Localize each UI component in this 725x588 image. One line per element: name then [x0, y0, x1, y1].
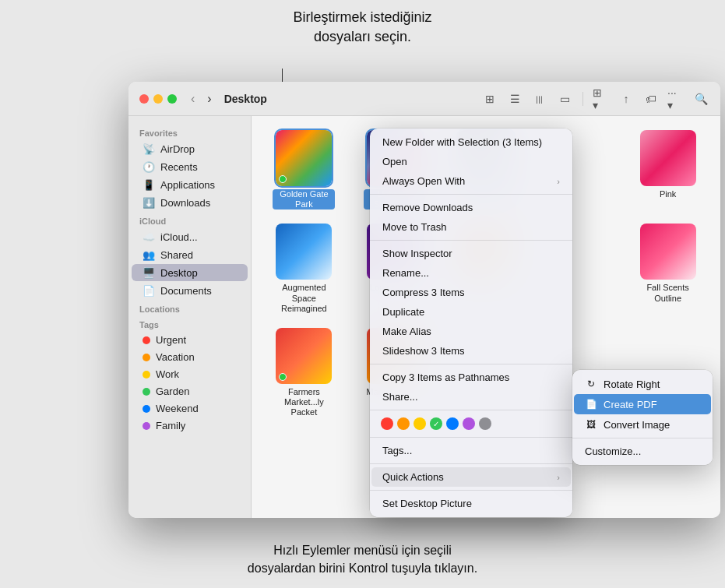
share-button[interactable]: ↑ — [618, 90, 635, 107]
applications-icon: 📱 — [143, 178, 155, 191]
search-button[interactable]: 🔍 — [692, 90, 709, 107]
quick-actions-submenu: ↻ Rotate Right 📄 Create PDF 🖼 Convert Im… — [572, 370, 713, 465]
sub-create-pdf[interactable]: 📄 Create PDF — [574, 394, 711, 414]
sidebar-tag-family[interactable]: Family — [132, 417, 248, 434]
sidebar-item-shared[interactable]: 👥 Shared — [132, 246, 248, 263]
annotation-bottom-text: Hızlı Eylemler menüsü için seçilidosyala… — [248, 544, 477, 574]
icon-view-button[interactable]: ⊞ — [481, 90, 498, 107]
icloud-label: iCloud — [128, 212, 251, 227]
vacation-dot — [143, 354, 150, 361]
cm-duplicate[interactable]: Duplicate — [371, 302, 571, 322]
color-red[interactable] — [381, 417, 393, 430]
cm-rename[interactable]: Rename... — [371, 263, 571, 283]
sub-convert-image-label: Convert Image — [604, 419, 670, 431]
cm-slideshow[interactable]: Slideshow 3 Items — [371, 341, 571, 361]
more-button[interactable]: ··· ▾ — [667, 90, 685, 107]
annotation-top-text: Birleştirmek istediğinizdosyaları seçin. — [293, 9, 431, 44]
annotation-bottom: Hızlı Eylemler menüsü için seçilidosyala… — [207, 542, 519, 577]
cm-open[interactable]: Open — [371, 152, 571, 171]
cm-copy-pathnames-label: Copy 3 Items as Pathnames — [382, 371, 509, 383]
cm-duplicate-label: Duplicate — [382, 306, 424, 318]
cm-remove-downloads[interactable]: Remove Downloads — [371, 198, 571, 217]
sub-convert-image[interactable]: 🖼 Convert Image — [574, 414, 711, 435]
sidebar-item-downloads[interactable]: ⬇️ Downloads — [132, 194, 248, 211]
cm-move-trash[interactable]: Move to Trash — [371, 217, 571, 237]
sidebar-tag-urgent[interactable]: Urgent — [132, 332, 248, 348]
cm-set-desktop[interactable]: Set Desktop Picture — [371, 494, 571, 513]
garden-label: Garden — [156, 386, 189, 397]
cm-arrow-quick-actions: › — [557, 473, 560, 482]
cm-show-inspector-label: Show Inspector — [382, 248, 452, 259]
color-purple[interactable] — [463, 417, 475, 430]
context-menu: New Folder with Selection (3 Items) Open… — [370, 129, 572, 517]
cm-new-folder-label: New Folder with Selection (3 Items) — [382, 136, 542, 148]
recents-icon: 🕐 — [143, 160, 155, 173]
color-blue[interactable] — [446, 417, 459, 430]
green-dot — [279, 175, 287, 183]
convert-image-icon: 🖼 — [585, 418, 597, 431]
cm-always-open-with[interactable]: Always Open With › — [371, 171, 571, 191]
gallery-view-button[interactable]: ▭ — [556, 90, 573, 107]
color-orange[interactable] — [397, 417, 410, 430]
cm-tags-label: Tags... — [382, 445, 412, 456]
golden-gate-label: Golden Gate Park — [273, 189, 335, 209]
list-view-button[interactable]: ☰ — [506, 90, 523, 107]
sidebar-tag-garden[interactable]: Garden — [132, 383, 248, 400]
desktop-label: Desktop — [160, 267, 198, 279]
aug-thumb — [276, 224, 332, 280]
sidebar-tag-vacation[interactable]: Vacation — [132, 349, 248, 365]
fall-thumb — [640, 224, 696, 280]
minimize-button[interactable] — [153, 94, 163, 104]
sidebar-tag-weekend[interactable]: Weekend — [132, 400, 248, 417]
sidebar-item-icloud[interactable]: ☁️ iCloud... — [132, 228, 248, 245]
sidebar-tag-work[interactable]: Work — [132, 366, 248, 382]
fall-label: Fall Scents Outline — [637, 283, 699, 303]
sub-customize[interactable]: Customize... — [574, 442, 711, 461]
sidebar-item-applications[interactable]: 📱 Applications — [132, 176, 248, 193]
cm-copy-pathnames[interactable]: Copy 3 Items as Pathnames — [371, 368, 571, 387]
create-pdf-icon: 📄 — [585, 398, 597, 410]
desktop-icon: 🖥️ — [143, 266, 155, 279]
file-item-farmers[interactable]: Farmers Market...ly Packet — [262, 325, 346, 421]
file-item-pink[interactable]: Pink — [626, 127, 709, 213]
color-green[interactable]: ✓ — [430, 417, 442, 430]
airdrop-label: AirDrop — [160, 143, 195, 155]
forward-button[interactable]: › — [204, 90, 214, 107]
cm-new-folder[interactable]: New Folder with Selection (3 Items) — [371, 132, 571, 152]
icloud-item-label: iCloud... — [160, 231, 198, 243]
sidebar-item-recents[interactable]: 🕐 Recents — [132, 158, 248, 175]
cm-move-trash-label: Move to Trash — [382, 221, 446, 233]
cm-make-alias[interactable]: Make Alias — [371, 322, 571, 341]
vacation-label: Vacation — [156, 351, 195, 363]
golden-gate-thumb — [276, 130, 332, 186]
file-item-aug[interactable]: Augmented Space Reimagined — [262, 220, 346, 317]
cm-divider-7 — [370, 490, 572, 491]
applications-label: Applications — [160, 179, 215, 191]
cm-show-inspector[interactable]: Show Inspector — [371, 244, 571, 263]
shared-label: Shared — [160, 249, 193, 261]
cm-share[interactable]: Share... — [371, 387, 571, 407]
zoom-button[interactable] — [167, 94, 177, 104]
traffic-lights — [139, 94, 177, 104]
close-button[interactable] — [139, 94, 149, 104]
sub-rotate-right[interactable]: ↻ Rotate Right — [574, 374, 711, 394]
sidebar-item-desktop[interactable]: 🖥️ Desktop — [132, 264, 248, 281]
cm-open-label: Open — [382, 156, 407, 167]
sidebar-item-airdrop[interactable]: 📡 AirDrop — [132, 140, 248, 157]
file-item-fall[interactable]: Fall Scents Outline — [626, 220, 709, 317]
cm-make-alias-label: Make Alias — [382, 326, 431, 337]
locations-label: Locations — [128, 300, 251, 315]
column-view-button[interactable]: ⫼ — [531, 90, 548, 107]
file-item-golden-gate[interactable]: Golden Gate Park — [262, 127, 346, 213]
cm-tags[interactable]: Tags... — [371, 441, 571, 460]
cm-compress[interactable]: Compress 3 Items — [371, 283, 571, 302]
color-yellow[interactable] — [414, 417, 426, 430]
cm-quick-actions[interactable]: Quick Actions › — [371, 467, 571, 487]
tag-button[interactable]: 🏷 — [642, 90, 660, 107]
color-gray[interactable] — [479, 417, 491, 430]
group-button[interactable]: ⊞ ▾ — [593, 90, 610, 107]
weekend-label: Weekend — [156, 403, 199, 414]
toolbar-icons: ⊞ ☰ ⫼ ▭ ⊞ ▾ ↑ 🏷 ··· ▾ 🔍 — [481, 90, 709, 107]
sidebar-item-documents[interactable]: 📄 Documents — [132, 282, 248, 299]
back-button[interactable]: ‹ — [188, 90, 198, 107]
